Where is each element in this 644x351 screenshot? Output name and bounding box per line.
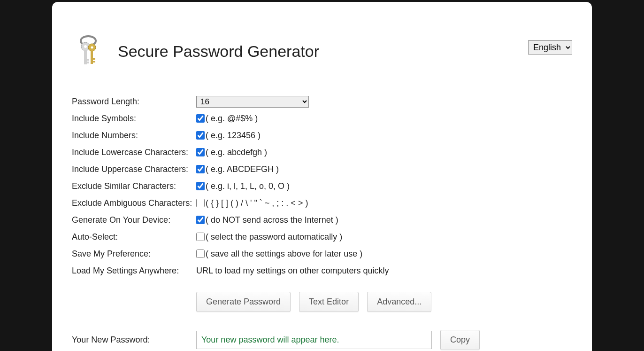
text-editor-button[interactable]: Text Editor xyxy=(299,292,359,312)
row-include-lowercase: Include Lowercase Characters: ( e.g. abc… xyxy=(72,146,572,158)
svg-rect-4 xyxy=(87,59,89,61)
language-select[interactable]: English xyxy=(528,40,572,55)
hint-numbers: ( e.g. 123456 ) xyxy=(206,131,261,140)
password-length-select[interactable]: 16 xyxy=(196,96,309,108)
hint-uppercase: ( e.g. ABCDEFGH ) xyxy=(206,164,279,174)
row-auto-select: Auto-Select: ( select the password autom… xyxy=(72,231,572,243)
label-generate-on-device: Generate On Your Device: xyxy=(72,215,196,225)
save-preference-checkbox[interactable] xyxy=(196,250,205,258)
language-selector-wrap: English xyxy=(528,40,572,55)
label-include-lowercase: Include Lowercase Characters: xyxy=(72,148,196,157)
row-exclude-similar: Exclude Similar Characters: ( e.g. i, l,… xyxy=(72,180,572,192)
row-save-preference: Save My Preference: ( save all the setti… xyxy=(72,248,572,260)
exclude-ambiguous-checkbox[interactable] xyxy=(196,199,205,207)
label-include-symbols: Include Symbols: xyxy=(72,114,196,124)
hint-similar: ( e.g. i, l, 1, L, o, 0, O ) xyxy=(206,181,290,191)
label-auto-select: Auto-Select: xyxy=(72,232,196,242)
hint-load-settings: URL to load my settings on other compute… xyxy=(196,266,389,276)
exclude-similar-checkbox[interactable] xyxy=(196,182,205,190)
label-load-settings: Load My Settings Anywhere: xyxy=(72,266,196,276)
row-exclude-ambiguous: Exclude Ambiguous Characters: ( { } [ ] … xyxy=(72,197,572,209)
row-generate-on-device: Generate On Your Device: ( do NOT send a… xyxy=(72,214,572,226)
row-load-settings: Load My Settings Anywhere: URL to load m… xyxy=(72,265,572,277)
hint-on-device: ( do NOT send across the Internet ) xyxy=(206,215,338,225)
row-include-numbers: Include Numbers: ( e.g. 123456 ) xyxy=(72,129,572,141)
hint-symbols: ( e.g. @#$% ) xyxy=(206,114,258,124)
generate-password-button[interactable]: Generate Password xyxy=(196,292,291,312)
svg-rect-3 xyxy=(84,50,87,64)
row-include-symbols: Include Symbols: ( e.g. @#$% ) xyxy=(72,112,572,125)
label-exclude-ambiguous: Exclude Ambiguous Characters: xyxy=(72,198,196,208)
label-save-preference: Save My Preference: xyxy=(72,249,196,259)
row-buttons: Generate Password Text Editor Advanced..… xyxy=(72,281,572,325)
form: Password Length: 16 Include Symbols: ( e… xyxy=(72,95,572,351)
svg-rect-5 xyxy=(87,62,89,63)
label-new-password: Your New Password: xyxy=(72,335,196,345)
copy-button[interactable]: Copy xyxy=(440,330,480,350)
generate-on-device-checkbox[interactable] xyxy=(196,216,205,224)
include-symbols-checkbox[interactable] xyxy=(196,114,205,123)
label-password-length: Password Length: xyxy=(72,97,196,107)
auto-select-checkbox[interactable] xyxy=(196,233,205,241)
new-password-output[interactable]: Your new password will appear here. xyxy=(196,331,432,349)
row-new-password: Your New Password: Your new password wil… xyxy=(72,330,572,350)
hint-auto-select: ( select the password automatically ) xyxy=(206,232,342,242)
hint-lowercase: ( e.g. abcdefgh ) xyxy=(206,148,267,157)
svg-rect-10 xyxy=(93,61,95,62)
svg-point-7 xyxy=(91,47,93,49)
include-numbers-checkbox[interactable] xyxy=(196,131,205,140)
page-container: Secure Password Generator English Passwo… xyxy=(52,2,592,351)
page-title: Secure Password Generator xyxy=(118,42,319,61)
label-exclude-similar: Exclude Similar Characters: xyxy=(72,181,196,191)
svg-rect-9 xyxy=(93,58,95,60)
label-include-uppercase: Include Uppercase Characters: xyxy=(72,164,196,174)
include-uppercase-checkbox[interactable] xyxy=(196,165,205,173)
header: Secure Password Generator English xyxy=(72,2,572,82)
hint-save-pref: ( save all the settings above for later … xyxy=(206,249,362,259)
include-lowercase-checkbox[interactable] xyxy=(196,148,205,156)
svg-point-2 xyxy=(84,45,87,48)
keys-icon xyxy=(72,30,105,72)
advanced-button[interactable]: Advanced... xyxy=(367,292,431,312)
row-include-uppercase: Include Uppercase Characters: ( e.g. ABC… xyxy=(72,163,572,175)
row-password-length: Password Length: 16 xyxy=(72,95,572,108)
label-include-numbers: Include Numbers: xyxy=(72,131,196,140)
svg-rect-8 xyxy=(91,51,93,64)
hint-ambiguous: ( { } [ ] ( ) / \ ' " ` ~ , ; : . < > ) xyxy=(206,198,308,208)
